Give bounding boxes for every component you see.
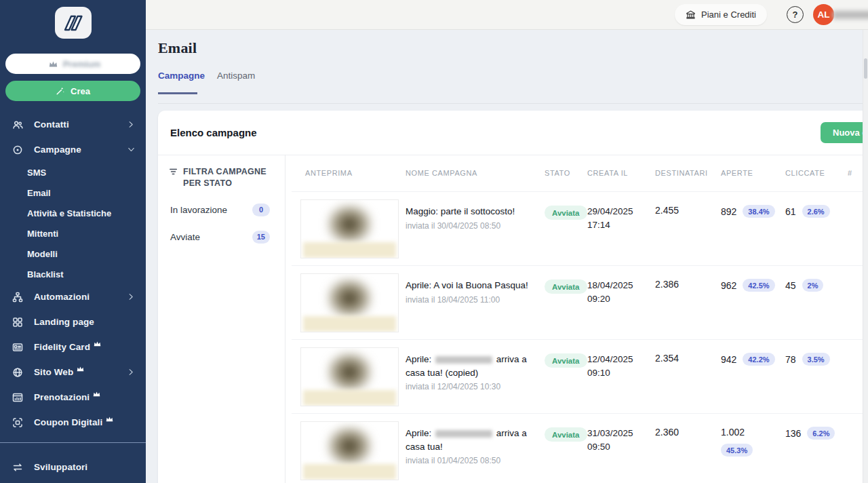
target-icon [12,144,24,155]
preview-blur-blob [326,277,373,319]
campaign-preview-cell [292,340,406,413]
booking-icon [12,392,24,403]
sidebar-subitem-attivit-e-statistiche[interactable]: Attività e Statistiche [0,203,146,223]
sidebar-item-coupon-digitali[interactable]: Coupon Digitali [0,410,146,435]
table-row[interactable]: Aprile: A voi la Buona Pasqua!inviata il… [292,266,868,340]
status-badge: Avviata [545,279,587,294]
sidebar-footer-nav: Sviluppatori [0,455,146,480]
campaign-sent-note: inviata il 18/04/2025 11:00 [406,295,528,305]
sidebar-item-sviluppatori[interactable]: Sviluppatori [0,455,146,480]
globe-icon [12,367,23,378]
sidebar-item-label: Sviluppatori [34,462,87,472]
campaign-preview-image[interactable] [300,199,399,258]
coupon-icon [12,417,24,428]
filter-option-in-lavorazione[interactable]: In lavorazione 0 [170,204,270,216]
campaign-preview-image[interactable] [300,421,399,480]
sidebar-item-fidelity-card[interactable]: Fidelity Card [0,334,146,360]
clicked-cell: 612.6% [785,192,844,265]
created-time: 17:14 [587,218,655,232]
filter-table-divider [285,155,285,483]
sidebar-item-prenotazioni[interactable]: Prenotazioni [0,385,146,410]
sidebar-subitem-modelli[interactable]: Modelli [0,244,146,264]
topbar: Piani e Crediti ? AL [146,0,868,30]
campaign-preview-cell [292,414,406,483]
col-header-creata-il: CREATA IL [587,169,655,177]
table-row[interactable]: Aprile: arriva a casa tua! (copied)invia… [292,340,868,414]
campaign-preview-image[interactable] [300,347,399,406]
avatar-initials: AL [818,9,830,20]
clicked-count: 78 [785,354,796,365]
opened-rate-badge: 38.4% [743,205,774,218]
main-content: Email Campagne Antispam Elenco campagne … [146,30,868,483]
opened-cell: 1.00245.3% [721,414,785,483]
campaign-sent-note: inviata il 30/04/2025 08:50 [406,221,528,231]
target-icon [12,144,23,155]
app-logo[interactable] [55,7,92,39]
help-button[interactable]: ? [787,6,804,23]
created-time: 09:50 [587,440,655,454]
clicked-count: 61 [785,206,796,217]
table-body: Maggio: parte il sottocosto!inviata il 3… [292,192,868,483]
table-row[interactable]: Aprile: arriva a casa tua!inviata il 01/… [292,414,868,483]
status-cell: Avviata [539,266,587,339]
coupon-icon [12,417,23,428]
sidebar-item-campagne[interactable]: Campagne [0,137,146,162]
premium-button[interactable]: Premium [5,54,140,74]
campaign-name-cell[interactable]: Aprile: arriva a casa tua!inviata il 01/… [406,414,539,483]
redacted-text [435,356,492,364]
sidebar-item-contatti[interactable]: Contatti [0,112,146,137]
sidebar-subitem-mittenti[interactable]: Mittenti [0,223,146,244]
user-name-redacted [833,11,868,19]
filter-icon [169,167,178,176]
sidebar-item-landing-page[interactable]: Landing page [0,309,146,334]
table-row[interactable]: Maggio: parte il sottocosto!inviata il 3… [292,192,868,266]
sidebar-subitem-blacklist[interactable]: Blacklist [0,264,146,284]
campaign-name-cell[interactable]: Aprile: arriva a casa tua! (copied)invia… [406,340,539,413]
status-cell: Avviata [539,414,587,483]
opened-rate-badge: 42.5% [743,279,774,292]
campaign-preview-image[interactable] [300,273,399,332]
plans-credits-button[interactable]: Piani e Crediti [675,4,767,25]
sidebar-subitem-sms[interactable]: SMS [0,162,146,182]
sidebar-item-automazioni[interactable]: Automazioni [0,284,146,309]
sidebar-item-label: Sito Web [34,367,73,377]
status-badge: Avviata [545,427,587,442]
preview-bottom-band [303,464,396,480]
card-icon [12,342,24,353]
magic-wand-icon [56,86,65,96]
created-cell: 31/03/202509:50 [587,414,655,483]
campaign-name: Aprile: arriva a casa tua! [406,427,528,453]
opened-count: 942 [721,354,736,365]
clicked-cell: 1366.2% [785,414,844,483]
booking-icon [12,392,23,403]
chevron-right-icon [127,368,135,376]
sidebar-subitem-email[interactable]: Email [0,182,146,203]
avatar[interactable]: AL [813,4,834,25]
clicked-count: 136 [785,428,801,439]
sidebar-item-sito-web[interactable]: Sito Web [0,360,146,385]
sidebar-item-label: Landing page [34,317,94,327]
users-icon [12,119,24,130]
chevron-right-icon [127,293,135,301]
crown-icon [94,341,101,347]
opened-cell: 96242.5% [721,266,785,339]
created-date: 31/03/2025 [587,427,655,440]
filter-option-avviate[interactable]: Avviate 15 [170,231,270,244]
tab-campagne[interactable]: Campagne [158,71,205,81]
scrollbar-thumb[interactable] [864,58,867,79]
crea-button[interactable]: Crea [5,81,140,101]
campaign-name-cell[interactable]: Aprile: A voi la Buona Pasqua!inviata il… [406,266,539,339]
opened-rate-badge: 45.3% [721,444,753,457]
vertical-scrollbar[interactable] [863,30,868,483]
count-badge: 15 [252,231,270,244]
tab-antispam[interactable]: Antispam [217,71,255,81]
col-header-aperte: APERTE [721,169,785,177]
chevron-down-icon [127,146,135,153]
recipients-cell: 2.455 [655,192,721,265]
new-campaign-button[interactable]: Nuova campagna [821,122,868,143]
created-cell: 12/04/202509:10 [587,340,655,413]
sidebar-item-label: Prenotazioni [34,392,90,402]
col-header-cliccate: CLICCATE [785,169,844,177]
campaign-name-cell[interactable]: Maggio: parte il sottocosto!inviata il 3… [406,192,539,265]
opened-rate-badge: 42.2% [743,353,774,366]
